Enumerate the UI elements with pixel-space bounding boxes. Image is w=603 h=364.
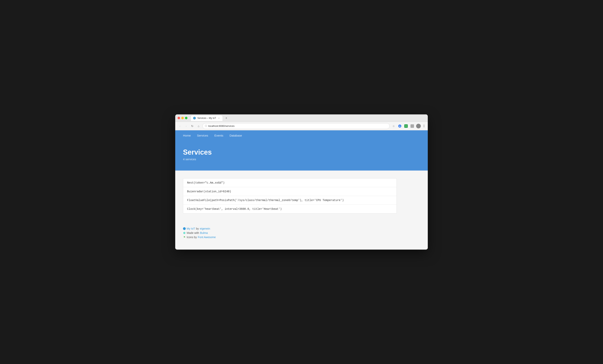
footer-fontawesome-link[interactable]: Font Awesome — [198, 236, 216, 239]
new-tab-button[interactable]: + — [224, 115, 229, 121]
url-text: localhost:8080/services — [208, 125, 234, 127]
avatar[interactable] — [416, 124, 421, 128]
services-list: Nest(token="c.Am…xoGd") Buienradar(stati… — [183, 178, 397, 214]
footer-author-link[interactable]: eigenein — [200, 227, 210, 230]
svg-rect-4 — [410, 124, 414, 128]
url-input[interactable]: ⓘ localhost:8080/services — [202, 123, 390, 129]
traffic-lights — [178, 117, 187, 119]
services-count: 4 services — [183, 158, 420, 161]
tab-close-button[interactable]: × — [218, 117, 220, 119]
service-item: FloatValueFile(path=PosixPath('/sys/clas… — [183, 196, 396, 205]
svg-text:G: G — [399, 125, 400, 127]
maximize-button[interactable] — [185, 117, 187, 119]
back-button[interactable]: ‹ — [178, 124, 182, 128]
bulma-icon: ✿ — [183, 231, 186, 234]
bookmark-icon[interactable]: ☆ — [391, 124, 396, 128]
footer-iconsby-text: Icons by — [187, 236, 197, 239]
more-menu-button[interactable] — [422, 125, 425, 128]
nav-services[interactable]: Services — [197, 134, 208, 137]
nav-home[interactable]: Home — [183, 134, 191, 137]
nav-events[interactable]: Events — [214, 134, 223, 137]
active-tab[interactable]: Services – My IoT × — [191, 115, 223, 121]
extension-icon-2[interactable]: T — [404, 124, 408, 128]
lock-icon: ⓘ — [205, 125, 207, 127]
extension-icon-1[interactable]: G — [397, 124, 402, 128]
page-title: Services — [183, 148, 420, 156]
footer-myiot-link[interactable]: My IoT — [187, 227, 195, 230]
forward-button[interactable]: › — [184, 124, 188, 128]
site-footer: My IoT by eigenein ✿ Made with Bulma ⚑ I… — [175, 221, 428, 250]
tab-bar: Services – My IoT × + — [191, 115, 425, 121]
svg-text:T: T — [406, 125, 406, 127]
tab-title: Services – My IoT — [197, 117, 216, 119]
footer-madewith-text: Made with — [187, 231, 199, 234]
site-nav: Home Services Events Database — [175, 130, 428, 140]
page-content: Home Services Events Database Services 4… — [175, 130, 428, 250]
fontawesome-icon: ⚑ — [183, 236, 186, 239]
close-button[interactable] — [178, 117, 180, 119]
service-item: Clock(key='heartbeat', interval=3600.0, … — [183, 205, 396, 213]
footer-bulma-link[interactable]: Bulma — [200, 231, 208, 234]
main-content: Nest(token="c.Am…xoGd") Buienradar(stati… — [175, 171, 428, 221]
footer-line-1: My IoT by eigenein — [183, 227, 420, 230]
reload-button[interactable]: ↻ — [190, 124, 195, 128]
extension-icon-3[interactable] — [410, 124, 415, 128]
nav-database[interactable]: Database — [229, 134, 242, 137]
home-button[interactable]: ⌂ — [196, 124, 201, 128]
dot-icon — [183, 227, 186, 230]
browser-window: Services – My IoT × + ‹ › ↻ ⌂ ⓘ localhos… — [175, 114, 428, 250]
hero-section: Services 4 services — [175, 140, 428, 171]
minimize-button[interactable] — [181, 117, 184, 119]
title-bar: Services – My IoT × + — [175, 114, 428, 122]
address-bar: ‹ › ↻ ⌂ ⓘ localhost:8080/services ☆ G T — [175, 122, 428, 130]
footer-line-3: ⚑ Icons by Font Awesome — [183, 236, 420, 239]
footer-by-text: by — [196, 227, 199, 230]
service-item: Buienradar(station_id=6240) — [183, 187, 396, 196]
toolbar-actions: ☆ G T — [391, 124, 425, 128]
service-item: Nest(token="c.Am…xoGd") — [183, 179, 396, 187]
footer-line-2: ✿ Made with Bulma — [183, 231, 420, 234]
tab-favicon-icon — [193, 117, 196, 119]
